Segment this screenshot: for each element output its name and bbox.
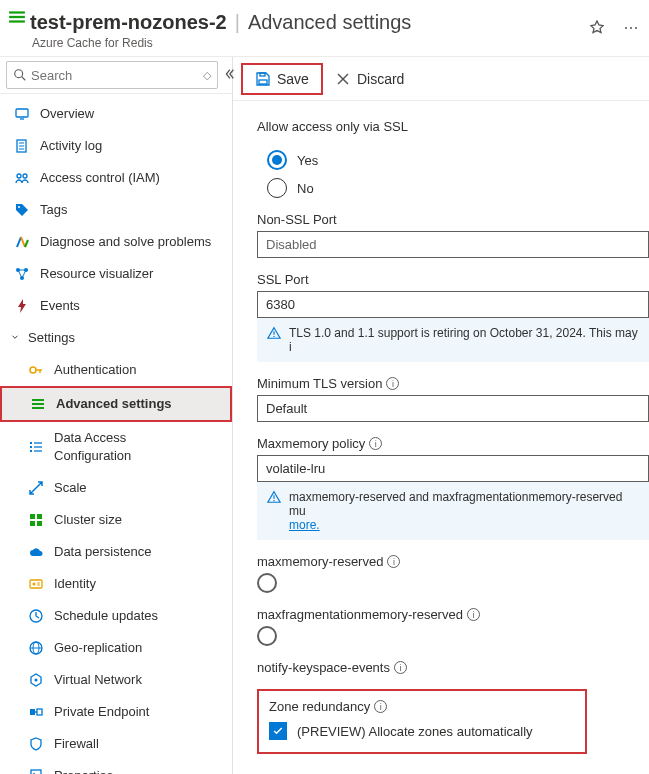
tls-banner-text: TLS 1.0 and 1.1 support is retiring on O…	[289, 326, 639, 354]
sidebar-item-activity[interactable]: Activity log	[0, 130, 232, 162]
favorite-star-icon[interactable]	[589, 20, 605, 39]
save-button[interactable]: Save	[243, 65, 321, 93]
sidebar-item-label: Scale	[54, 479, 87, 497]
svg-rect-37	[30, 521, 35, 526]
sidebar-item-label: Virtual Network	[54, 671, 142, 689]
id-icon	[28, 576, 44, 592]
sidebar-item-persist[interactable]: Data persistence	[0, 536, 232, 568]
svg-point-4	[630, 27, 632, 29]
sidebar-item-prop[interactable]: Properties	[0, 760, 232, 774]
sidebar-item-diag[interactable]: Diagnose and solve problems	[0, 226, 232, 258]
sidebar-item-pe[interactable]: Private Endpoint	[0, 696, 232, 728]
sidebar-item-auth[interactable]: Authentication	[0, 354, 232, 386]
resvis-icon	[14, 266, 30, 282]
ssl-port-label: SSL Port	[257, 272, 649, 287]
sidebar-item-label: Diagnose and solve problems	[40, 233, 211, 251]
sidebar-item-label: Geo-replication	[54, 639, 142, 657]
sidebar-item-tags[interactable]: Tags	[0, 194, 232, 226]
sidebar-item-sched[interactable]: Schedule updates	[0, 600, 232, 632]
ssl-no-radio[interactable]	[267, 178, 287, 198]
svg-rect-38	[37, 521, 42, 526]
resource-name: test-prem-nozones-2	[30, 11, 227, 34]
svg-line-7	[22, 77, 26, 81]
svg-rect-39	[30, 580, 42, 588]
sidebar-item-label: Activity log	[40, 137, 102, 155]
sidebar-item-iam[interactable]: Access control (IAM)	[0, 162, 232, 194]
maxmemory-reserved-label: maxmemory-reserved	[257, 554, 383, 569]
left-sidebar: ◇ OverviewActivity logAccess control (IA…	[0, 57, 233, 774]
svg-rect-36	[37, 514, 42, 519]
info-icon[interactable]: i	[386, 377, 399, 390]
maxmemory-policy-label: Maxmemory policy	[257, 436, 365, 451]
sidebar-item-scale[interactable]: Scale	[0, 472, 232, 504]
cloud-icon	[28, 544, 44, 560]
svg-point-16	[18, 206, 20, 208]
svg-point-47	[35, 679, 38, 682]
maxmemory-reserved-slider[interactable]	[257, 573, 277, 593]
sidebar-item-dac[interactable]: Data Access Configuration	[0, 422, 232, 472]
svg-line-18	[21, 237, 25, 247]
maxfragmemory-reserved-label: maxfragmentationmemory-reserved	[257, 607, 463, 622]
sidebar-search[interactable]: ◇	[6, 61, 218, 89]
allocate-zones-checkbox[interactable]	[269, 722, 287, 740]
discard-button[interactable]: Discard	[323, 65, 416, 93]
nonssl-port-label: Non-SSL Port	[257, 212, 649, 227]
title-separator: |	[235, 11, 240, 34]
svg-point-61	[273, 500, 274, 501]
sidebar-item-geo[interactable]: Geo-replication	[0, 632, 232, 664]
svg-line-19	[25, 240, 28, 247]
info-warning-icon	[267, 490, 281, 507]
svg-rect-8	[16, 109, 28, 117]
svg-rect-2	[9, 20, 25, 22]
sidebar-item-label: Authentication	[54, 361, 136, 379]
sidebar-item-resvis[interactable]: Resource visualizer	[0, 258, 232, 290]
info-icon[interactable]: i	[374, 700, 387, 713]
notify-keyspace-label: notify-keyspace-events	[257, 660, 390, 675]
min-tls-field[interactable]: Default	[257, 395, 649, 422]
svg-point-40	[33, 583, 36, 586]
svg-point-15	[23, 174, 27, 178]
svg-point-5	[635, 27, 637, 29]
search-input[interactable]	[31, 68, 199, 83]
svg-rect-48	[30, 709, 35, 715]
info-icon[interactable]: i	[467, 608, 480, 621]
cluster-icon	[28, 512, 44, 528]
maxfragmemory-reserved-slider[interactable]	[257, 626, 277, 646]
zone-redundancy-label: Zone redundancy	[269, 699, 370, 714]
sidebar-item-adv[interactable]: Advanced settings	[0, 386, 232, 422]
svg-rect-49	[37, 709, 42, 715]
checkmark-icon	[272, 725, 284, 737]
sidebar-item-cluster[interactable]: Cluster size	[0, 504, 232, 536]
sidebar-item-label: Resource visualizer	[40, 265, 153, 283]
sidebar-item-identity[interactable]: Identity	[0, 568, 232, 600]
sidebar-section-label: Settings	[28, 329, 75, 347]
pe-icon	[28, 704, 44, 720]
scale-icon	[28, 480, 44, 496]
shield-icon	[28, 736, 44, 752]
info-icon[interactable]: i	[369, 437, 382, 450]
nonssl-port-field[interactable]: Disabled	[257, 231, 649, 258]
service-subtitle: Azure Cache for Redis	[32, 36, 589, 50]
search-scope-icon[interactable]: ◇	[203, 69, 211, 82]
info-icon[interactable]: i	[394, 661, 407, 674]
ssl-yes-label: Yes	[297, 153, 318, 168]
maxmemory-banner-more-link[interactable]: more.	[289, 518, 320, 532]
min-tls-label: Minimum TLS version	[257, 376, 382, 391]
ssl-port-field[interactable]: 6380	[257, 291, 649, 318]
props-icon	[28, 768, 44, 774]
page-title: Advanced settings	[248, 11, 411, 34]
sidebar-item-label: Schedule updates	[54, 607, 158, 625]
sidebar-item-label: Data persistence	[54, 543, 152, 561]
sidebar-item-events[interactable]: Events	[0, 290, 232, 322]
sidebar-item-overview[interactable]: Overview	[0, 98, 232, 130]
form-content: Allow access only via SSL Yes No Non-SSL…	[233, 101, 649, 774]
sidebar-item-fw[interactable]: Firewall	[0, 728, 232, 760]
maxmemory-policy-field[interactable]: volatile-lru	[257, 455, 649, 482]
ssl-yes-radio[interactable]	[267, 150, 287, 170]
more-actions-icon[interactable]	[623, 20, 639, 39]
sidebar-section-settings[interactable]: Settings	[0, 322, 232, 354]
sidebar-item-vnet[interactable]: Virtual Network	[0, 664, 232, 696]
vnet-icon	[28, 672, 44, 688]
info-icon[interactable]: i	[387, 555, 400, 568]
svg-rect-26	[32, 399, 44, 401]
